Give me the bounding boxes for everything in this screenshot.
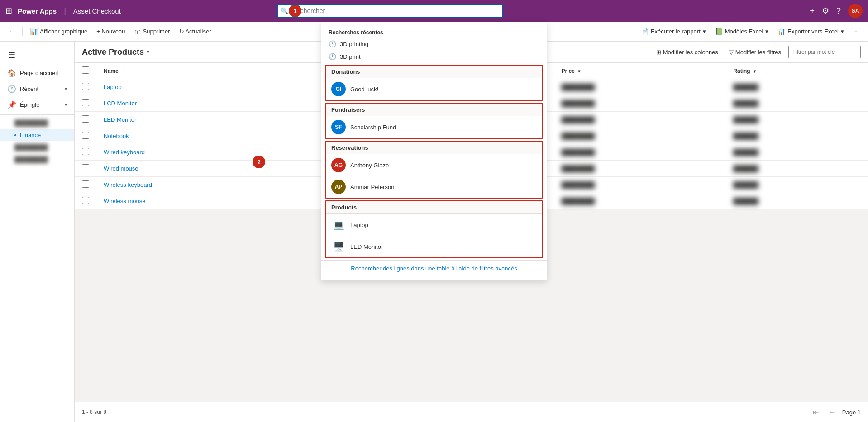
export-excel-chevron: ▾ <box>841 28 844 35</box>
delete-label: Supprimer <box>143 28 170 35</box>
modify-columns-label: Modifier les colonnes <box>663 49 718 56</box>
row-checkbox-5[interactable] <box>82 164 89 171</box>
excel-models-label: Modèles Excel <box>725 28 763 35</box>
page-title: Active Products <box>82 47 144 57</box>
row-name-0[interactable]: Laptop <box>96 79 322 95</box>
donations-result-1[interactable]: GI Good luck! <box>326 78 542 100</box>
view-graphic-button[interactable]: 📊 Afficher graphique <box>26 25 91 38</box>
title-chevron[interactable]: ▾ <box>147 49 149 55</box>
prev-page-button[interactable]: ← <box>826 406 839 418</box>
reservations-title: Reservations <box>326 142 542 154</box>
filter-input[interactable] <box>788 46 861 58</box>
row-checkbox-3[interactable] <box>82 132 89 139</box>
row-rating-2: ██████ <box>726 112 868 128</box>
recent-item-1[interactable]: 🕐 3D printing <box>321 38 547 50</box>
sidebar-item-home[interactable]: 🏠 Page d'accueil <box>0 65 74 81</box>
row-name-6[interactable]: Wireless keyboard <box>96 177 322 193</box>
products-result-1-label: Laptop <box>350 222 368 228</box>
pagination: 1 - 8 sur 8 ⇤ ← Page 1 <box>75 402 868 422</box>
products-result-2-label: LED Monitor <box>350 243 383 250</box>
row-name-5[interactable]: Wired mouse <box>96 161 322 177</box>
laptop-icon-1: 💻 <box>331 218 346 232</box>
top-nav: ⊞ Power Apps | Asset Checkout 🔍 + ⚙ ? SA <box>0 0 868 22</box>
modify-filters-icon: ▽ <box>729 49 734 56</box>
donations-result-1-label: Good luck! <box>350 86 378 93</box>
row-checkbox-cell <box>75 112 96 128</box>
products-result-2[interactable]: 🖥️ LED Monitor <box>326 236 542 257</box>
products-result-1[interactable]: 💻 Laptop <box>326 214 542 236</box>
header-name[interactable]: Name ↑ <box>96 63 322 79</box>
grid-icon[interactable]: ⊞ <box>5 6 12 16</box>
search-input[interactable] <box>277 4 503 18</box>
modify-columns-icon: ⊞ <box>656 49 661 56</box>
history-icon-1: 🕐 <box>329 40 336 47</box>
row-name-3[interactable]: Notebook <box>96 128 322 144</box>
annotation-badge-2: 2 <box>253 156 265 168</box>
pinned-chevron: ▾ <box>65 102 67 107</box>
delete-icon: 🗑 <box>134 28 141 35</box>
modify-columns-button[interactable]: ⊞ Modifier les colonnes <box>653 45 722 59</box>
sidebar-item-pinned[interactable]: 📌 Épinglé ▾ <box>0 97 74 113</box>
advanced-search-link[interactable]: Rechercher des lignes dans une table à l… <box>321 260 547 276</box>
first-page-button[interactable]: ⇤ <box>810 406 822 418</box>
new-label: + Nouveau <box>96 28 125 35</box>
sidebar-subitem-3[interactable]: ████████ <box>0 153 74 166</box>
run-report-label: Exécuter le rapport <box>651 28 701 35</box>
row-checkbox-1[interactable] <box>82 99 89 106</box>
fundraisers-section: Fundraisers SF Scholarship Fund <box>325 103 543 139</box>
toolbar-divider-1 <box>22 27 23 36</box>
top-nav-right: + ⚙ ? SA <box>810 4 863 18</box>
back-button[interactable]: ← <box>5 25 19 38</box>
recent-chevron: ▾ <box>65 86 67 91</box>
fundraisers-result-1[interactable]: SF Scholarship Fund <box>326 116 542 138</box>
refresh-button[interactable]: ↻ Actualiser <box>176 25 215 38</box>
sidebar-recent-label: Récent <box>20 85 61 92</box>
row-checkbox-6[interactable] <box>82 180 89 188</box>
sidebar-subitem-2[interactable]: ████████ <box>0 141 74 153</box>
sort-indicator-name: ↑ <box>122 69 124 74</box>
run-report-button[interactable]: 📄 Exécuter le rapport ▾ <box>637 25 710 38</box>
sidebar-subitem-finance-label: Finance <box>20 132 41 138</box>
row-rating-3: ██████ <box>726 128 868 144</box>
row-checkbox-0[interactable] <box>82 83 89 90</box>
sidebar-home-label: Page d'accueil <box>20 70 67 76</box>
reservations-result-2[interactable]: AP Ammar Peterson <box>326 176 542 198</box>
select-all-checkbox[interactable] <box>82 66 89 74</box>
excel-models-button[interactable]: 📗 Modèles Excel ▾ <box>711 25 773 38</box>
header-rating[interactable]: Rating ▾ <box>726 63 868 79</box>
more-button[interactable]: ⋯ <box>849 25 863 38</box>
reservations-avatar-1: AG <box>331 158 346 172</box>
delete-button[interactable]: 🗑 Supprimer <box>131 25 174 38</box>
help-button[interactable]: ? <box>836 6 841 16</box>
hamburger-menu[interactable]: ☰ <box>4 47 20 63</box>
products-section: Products 💻 Laptop 🖥️ LED Monitor <box>325 200 543 258</box>
settings-button[interactable]: ⚙ <box>822 6 829 16</box>
donations-title: Donations <box>326 66 542 78</box>
view-graphic-label: Afficher graphique <box>40 28 87 35</box>
header-name-label: Name <box>104 68 119 74</box>
sidebar-subitem-finance[interactable]: Finance <box>0 129 74 141</box>
row-checkbox-4[interactable] <box>82 148 89 155</box>
add-button[interactable]: + <box>810 6 815 16</box>
sidebar-subitem-1[interactable]: ████████ <box>0 117 74 129</box>
avatar[interactable]: SA <box>848 4 863 18</box>
row-checkbox-2[interactable] <box>82 115 89 123</box>
active-dot <box>14 134 16 136</box>
recent-item-2[interactable]: 🕐 3D print <box>321 50 547 63</box>
monitor-icon-1: 🖥️ <box>331 239 346 254</box>
row-name-1[interactable]: LCD Monitor <box>96 95 322 112</box>
row-name-7[interactable]: Wireless mouse <box>96 193 322 209</box>
row-name-2[interactable]: LED Monitor <box>96 112 322 128</box>
new-button[interactable]: + Nouveau <box>93 25 129 38</box>
modify-filters-button[interactable]: ▽ Modifier les filtres <box>725 45 785 59</box>
header-price-label: Price <box>562 68 575 74</box>
row-name-4[interactable]: Wired keyboard <box>96 144 322 161</box>
row-checkbox-7[interactable] <box>82 197 89 204</box>
export-excel-button[interactable]: 📊 Exporter vers Excel ▾ <box>774 25 848 38</box>
sidebar-item-recent[interactable]: 🕐 Récent ▾ <box>0 81 74 97</box>
row-rating-6: ██████ <box>726 177 868 193</box>
reservations-result-1[interactable]: AG Anthony Glaze <box>326 154 542 176</box>
header-price[interactable]: Price ▾ <box>554 63 726 79</box>
sidebar-subitem-3-label: ████████ <box>14 156 48 163</box>
row-checkbox-cell <box>75 177 96 193</box>
